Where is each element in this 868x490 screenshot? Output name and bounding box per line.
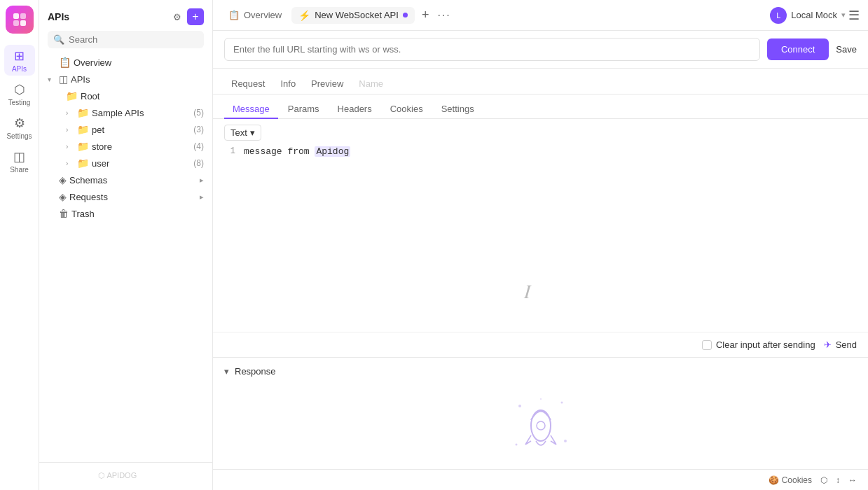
env-chevron-icon: ▾ (841, 10, 846, 20)
request-bar: Connect Save (213, 31, 868, 69)
format-select[interactable]: Text ▾ (224, 125, 261, 141)
nav-item-settings[interactable]: ⚙ Settings (4, 112, 35, 143)
editor-line-1: 1 message from Apidog (213, 146, 868, 157)
more-tabs-button[interactable]: ··· (436, 8, 452, 23)
search-input[interactable] (69, 34, 198, 45)
sub-tab-name[interactable]: Name (352, 74, 390, 94)
send-icon: ✈ (824, 340, 832, 350)
trash-icon: 🗑 (59, 208, 69, 219)
nav-testing-label: Testing (8, 99, 31, 106)
bottom-item-2[interactable]: ⬡ (820, 475, 827, 485)
filter-button[interactable]: ⚙ (172, 10, 183, 24)
main-content: 📋 Overview ⚡ New WebSocket API + ··· L L… (213, 0, 868, 490)
bottom-item-3[interactable]: ↕ (836, 475, 840, 485)
requests-arrow-icon: ▸ (200, 192, 204, 202)
content-panel: Request Info Preview Name Message Params… (213, 69, 868, 469)
sub-tab-request[interactable]: Request (224, 74, 272, 94)
env-selector[interactable]: L Local Mock ▾ (770, 7, 846, 24)
tab-modified-dot (403, 13, 408, 18)
overview-folder-icon: 📋 (59, 57, 71, 68)
apis-icon: ⊞ (14, 48, 25, 64)
overview-label: Overview (74, 57, 204, 68)
store-folder-icon: 📁 (77, 141, 89, 152)
message-tabs: Message Params Headers Cookies Settings (213, 94, 868, 119)
sidebar-item-pet[interactable]: › 📁 pet (3) (43, 121, 208, 138)
search-icon: 🔍 (53, 34, 64, 45)
add-button[interactable]: + (187, 8, 204, 25)
sub-tab-preview[interactable]: Preview (304, 74, 350, 94)
nav-item-testing[interactable]: ⬡ Testing (4, 78, 35, 109)
response-body (213, 385, 868, 469)
root-folder-icon: 📁 (66, 90, 78, 102)
svg-point-5 (518, 405, 521, 407)
msg-tab-cookies[interactable]: Cookies (382, 100, 432, 119)
format-chevron-icon: ▾ (250, 127, 255, 138)
store-label: store (92, 141, 191, 152)
user-folder-icon: 📁 (77, 158, 89, 169)
line-code-1: message from Apidog (244, 146, 350, 157)
sample-apis-folder-icon: 📁 (77, 107, 89, 118)
bottom-bar: 🍪 Cookies ⬡ ↕ ↔ (213, 469, 868, 490)
clear-input-checkbox[interactable] (702, 340, 712, 350)
overview-tab-label: Overview (244, 10, 282, 20)
topbar-menu-icon[interactable]: ☰ (848, 8, 860, 23)
sample-apis-label: Sample APIs (92, 108, 191, 118)
apis-chevron-icon: ▾ (48, 76, 56, 83)
settings-icon: ⚙ (14, 115, 25, 131)
bottom-icon-4: ↔ (848, 475, 857, 485)
sidebar-item-schemas[interactable]: ◈ Schemas ▸ (43, 172, 208, 188)
requests-icon: ◈ (59, 191, 67, 202)
nav-settings-label: Settings (6, 132, 32, 140)
root-label: Root (81, 91, 204, 102)
rocket-illustration (506, 392, 576, 462)
sidebar-title: APIs (48, 11, 69, 22)
sidebar-actions: ⚙ + (172, 8, 204, 25)
send-button[interactable]: ✈ Send (824, 340, 857, 350)
nav-item-share[interactable]: ◫ Share (4, 146, 35, 176)
add-tab-button[interactable]: + (418, 8, 434, 22)
svg-point-6 (560, 402, 563, 404)
sample-apis-count: (5) (193, 108, 204, 118)
env-avatar: L (770, 7, 787, 24)
response-header[interactable]: ▾ Response (213, 358, 868, 385)
nav-share-label: Share (10, 166, 29, 174)
connect-button[interactable]: Connect (767, 38, 829, 60)
tab-new-websocket[interactable]: ⚡ New WebSocket API (291, 7, 415, 24)
sidebar-item-overview[interactable]: 📋 Overview (43, 54, 208, 71)
code-editor[interactable]: 1 message from Apidog 𝐼 (213, 146, 868, 332)
sidebar: APIs ⚙ + 🔍 📋 Overview ▾ ◫ APIs 📁 Root (39, 0, 213, 490)
bottom-icon-3: ↕ (836, 475, 840, 485)
save-button[interactable]: Save (836, 44, 857, 55)
sidebar-item-requests[interactable]: ◈ Requests ▸ (43, 188, 208, 205)
apis-folder-icon: ◫ (59, 74, 68, 85)
clear-input-label: Clear input after sending (716, 340, 815, 350)
cookies-bottom-item[interactable]: 🍪 Cookies (769, 475, 812, 485)
sidebar-item-root[interactable]: 📁 Root (43, 88, 208, 104)
tab-overview[interactable]: 📋 Overview (221, 7, 289, 23)
sidebar-item-trash[interactable]: 🗑 Trash (43, 205, 208, 222)
sub-tab-info[interactable]: Info (273, 74, 303, 94)
sidebar-item-store[interactable]: › 📁 store (4) (43, 138, 208, 155)
pet-folder-icon: 📁 (77, 124, 89, 135)
sidebar-tree: 📋 Overview ▾ ◫ APIs 📁 Root › 📁 Sample AP… (39, 54, 212, 462)
sidebar-item-apis[interactable]: ▾ ◫ APIs (43, 71, 208, 88)
trash-label: Trash (71, 209, 204, 219)
msg-tab-params[interactable]: Params (280, 100, 328, 119)
env-avatar-text: L (776, 11, 780, 20)
share-icon: ◫ (13, 149, 25, 164)
topbar: 📋 Overview ⚡ New WebSocket API + ··· L L… (213, 0, 868, 31)
sidebar-item-user[interactable]: › 📁 user (8) (43, 155, 208, 172)
line-code-highlight: Apidog (315, 146, 350, 157)
websocket-tab-label: New WebSocket API (315, 10, 399, 20)
svg-point-7 (564, 440, 567, 442)
nav-item-apis[interactable]: ⊞ APIs (4, 45, 35, 76)
schemas-arrow-icon: ▸ (200, 176, 204, 185)
url-input[interactable] (224, 38, 760, 61)
sidebar-item-sample-apis[interactable]: › 📁 Sample APIs (5) (43, 104, 208, 121)
bottom-icon-2: ⬡ (820, 475, 827, 485)
msg-tab-settings[interactable]: Settings (433, 100, 483, 119)
env-name: Local Mock (791, 10, 837, 20)
msg-tab-message[interactable]: Message (224, 100, 278, 119)
msg-tab-headers[interactable]: Headers (329, 100, 380, 119)
bottom-item-4[interactable]: ↔ (848, 475, 857, 485)
